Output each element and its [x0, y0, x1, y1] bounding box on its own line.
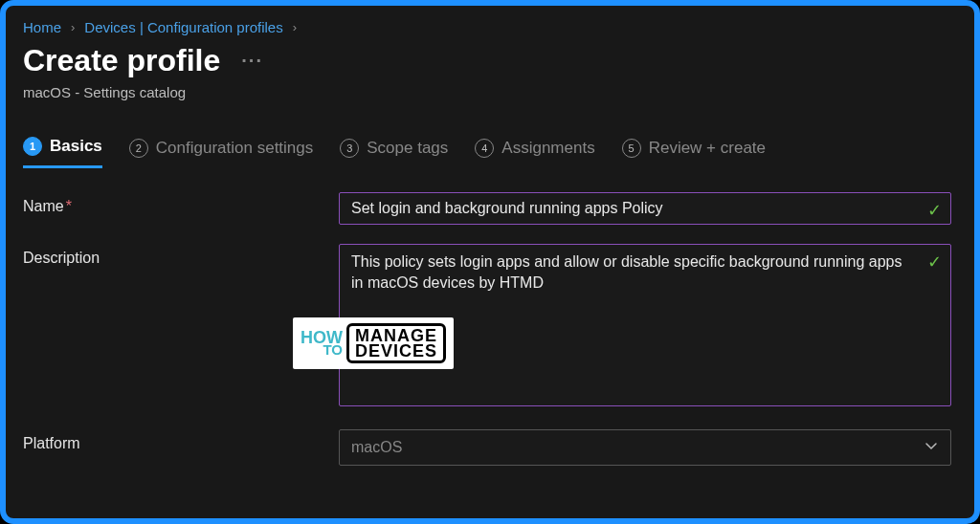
platform-value: macOS — [351, 439, 402, 455]
description-label: Description — [23, 244, 339, 267]
wizard-steps: 1 Basics 2 Configuration settings 3 Scop… — [23, 137, 957, 169]
page-title: Create profile ··· — [23, 43, 957, 78]
platform-select[interactable]: macOS — [339, 429, 951, 466]
required-indicator: * — [66, 198, 72, 214]
breadcrumb-home[interactable]: Home — [23, 19, 61, 35]
chevron-right-icon: › — [71, 20, 75, 34]
page-subtitle: macOS - Settings catalog — [23, 84, 957, 100]
breadcrumb: Home › Devices | Configuration profiles … — [23, 19, 957, 35]
more-actions-icon[interactable]: ··· — [241, 50, 263, 72]
chevron-down-icon — [924, 438, 939, 457]
step-number-icon: 3 — [340, 139, 359, 158]
name-input[interactable] — [339, 192, 951, 225]
tab-configuration-settings[interactable]: 2 Configuration settings — [129, 139, 313, 167]
platform-label: Platform — [23, 429, 339, 452]
step-number-icon: 4 — [475, 139, 494, 158]
name-label: Name* — [23, 192, 339, 215]
step-number-icon: 5 — [622, 139, 641, 158]
step-number-icon: 2 — [129, 139, 148, 158]
tab-scope-tags[interactable]: 3 Scope tags — [340, 139, 448, 167]
chevron-right-icon: › — [293, 20, 297, 34]
breadcrumb-devices[interactable]: Devices | Configuration profiles — [84, 19, 282, 35]
tab-basics[interactable]: 1 Basics — [23, 137, 102, 168]
step-number-icon: 1 — [23, 137, 42, 156]
watermark-logo: HOW TO MANAGE DEVICES — [293, 317, 454, 369]
tab-review-create[interactable]: 5 Review + create — [622, 139, 766, 167]
tab-assignments[interactable]: 4 Assignments — [475, 139, 594, 167]
